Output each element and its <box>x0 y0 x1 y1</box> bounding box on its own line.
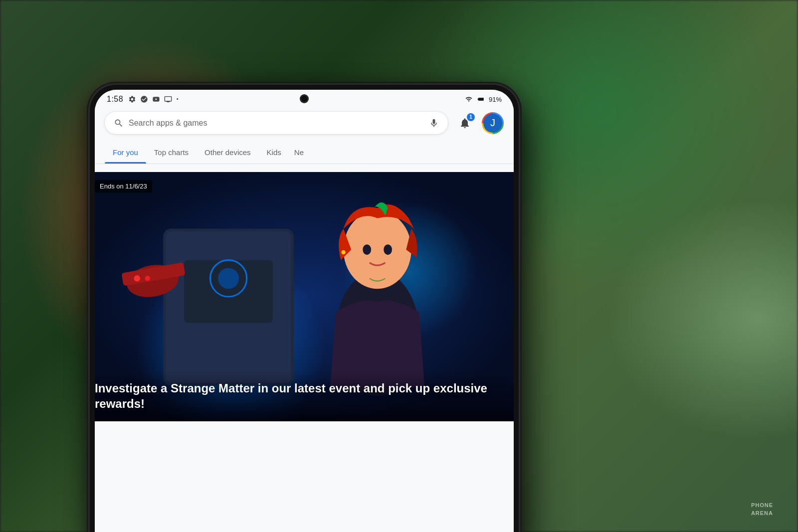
avatar: J <box>483 114 502 133</box>
search-icon <box>114 118 124 128</box>
status-right: 91% <box>465 96 502 103</box>
avatar-button[interactable]: J <box>482 112 504 134</box>
svg-point-14 <box>145 276 150 281</box>
tab-more[interactable]: Ne <box>289 142 309 164</box>
svg-point-16 <box>344 210 411 289</box>
search-container: Search apps & games 1 <box>105 107 504 142</box>
play-store-content: Search apps & games 1 <box>95 107 514 164</box>
tv-icon <box>164 95 172 103</box>
phone-device: 1:58 <box>90 85 519 532</box>
watermark-line2: ARENA <box>751 510 773 517</box>
mic-icon[interactable] <box>429 118 439 128</box>
svg-rect-1 <box>478 99 481 100</box>
svg-point-19 <box>341 250 345 254</box>
svg-rect-2 <box>482 99 483 100</box>
nav-tabs: For you Top charts Other devices Kids Ne <box>95 142 514 164</box>
battery-icon <box>476 96 486 103</box>
check-circle-icon <box>140 95 148 103</box>
status-left: 1:58 <box>107 95 179 104</box>
svg-point-18 <box>384 244 392 255</box>
banner-text-overlay: Investigate a Strange Matter in our late… <box>95 370 514 421</box>
scene: 1:58 <box>0 0 798 532</box>
search-bar[interactable]: Search apps & games <box>105 112 448 134</box>
tab-more-label: Ne <box>294 148 304 157</box>
game-banner[interactable]: Ends on 11/6/23 Investigate a Strange Ma… <box>95 172 514 421</box>
svg-point-13 <box>134 275 140 282</box>
camera-cutout <box>300 95 308 103</box>
tab-top-charts[interactable]: Top charts <box>146 142 197 164</box>
banner-title: Investigate a Strange Matter in our late… <box>95 380 514 411</box>
banner-tag: Ends on 11/6/23 <box>95 180 152 192</box>
notification-badge: 1 <box>467 113 475 121</box>
svg-point-17 <box>363 244 371 255</box>
notification-button[interactable]: 1 <box>454 112 476 134</box>
camera-hole <box>300 95 308 103</box>
watermark: PHONE ARENA <box>751 502 773 517</box>
tab-other-devices[interactable]: Other devices <box>197 142 259 164</box>
wifi-icon <box>465 96 473 103</box>
settings-icon <box>128 95 136 103</box>
youtube-icon <box>152 95 160 103</box>
status-icons: · <box>128 95 179 104</box>
watermark-line1: PHONE <box>751 502 773 509</box>
status-time: 1:58 <box>107 95 123 104</box>
dot-icon: · <box>176 95 179 104</box>
svg-point-10 <box>218 268 239 289</box>
tab-kids[interactable]: Kids <box>259 142 289 164</box>
tab-for-you[interactable]: For you <box>105 142 146 164</box>
battery-percent: 91% <box>489 96 502 103</box>
search-placeholder: Search apps & games <box>129 119 424 128</box>
phone-screen: 1:58 <box>95 90 514 532</box>
